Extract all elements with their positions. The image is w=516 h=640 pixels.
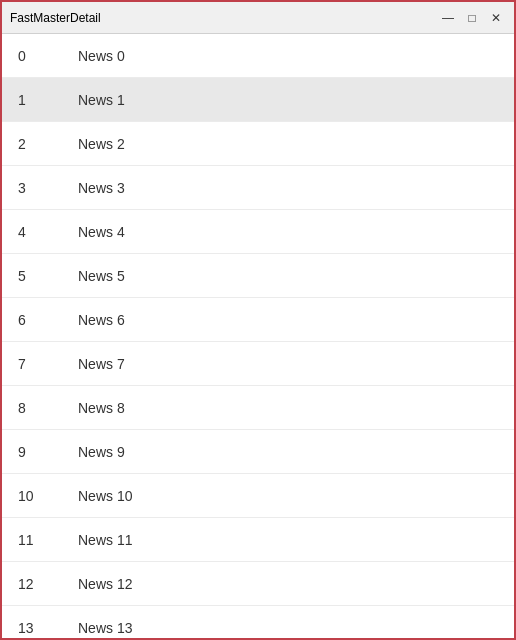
list-item[interactable]: 10News 10 — [2, 474, 514, 518]
title-bar: FastMasterDetail — □ ✕ — [2, 2, 514, 34]
item-index: 4 — [18, 224, 78, 240]
item-label: News 1 — [78, 92, 125, 108]
list-item[interactable]: 13News 13 — [2, 606, 514, 638]
item-label: News 11 — [78, 532, 132, 548]
item-index: 9 — [18, 444, 78, 460]
item-label: News 7 — [78, 356, 125, 372]
list-item[interactable]: 9News 9 — [2, 430, 514, 474]
item-index: 12 — [18, 576, 78, 592]
window-controls: — □ ✕ — [438, 8, 506, 28]
maximize-button[interactable]: □ — [462, 8, 482, 28]
item-label: News 8 — [78, 400, 125, 416]
minimize-button[interactable]: — — [438, 8, 458, 28]
item-label: News 10 — [78, 488, 132, 504]
item-index: 10 — [18, 488, 78, 504]
item-index: 2 — [18, 136, 78, 152]
list-item[interactable]: 4News 4 — [2, 210, 514, 254]
content-area: 0News 01News 12News 23News 34News 45News… — [2, 34, 514, 638]
item-index: 6 — [18, 312, 78, 328]
item-index: 0 — [18, 48, 78, 64]
news-list[interactable]: 0News 01News 12News 23News 34News 45News… — [2, 34, 514, 638]
list-item[interactable]: 0News 0 — [2, 34, 514, 78]
list-item[interactable]: 7News 7 — [2, 342, 514, 386]
item-label: News 0 — [78, 48, 125, 64]
item-label: News 12 — [78, 576, 132, 592]
item-index: 7 — [18, 356, 78, 372]
item-index: 11 — [18, 532, 78, 548]
close-button[interactable]: ✕ — [486, 8, 506, 28]
main-window: FastMasterDetail — □ ✕ 0News 01News 12Ne… — [0, 0, 516, 640]
list-item[interactable]: 6News 6 — [2, 298, 514, 342]
item-index: 3 — [18, 180, 78, 196]
list-item[interactable]: 11News 11 — [2, 518, 514, 562]
item-label: News 6 — [78, 312, 125, 328]
list-item[interactable]: 2News 2 — [2, 122, 514, 166]
list-item[interactable]: 3News 3 — [2, 166, 514, 210]
item-label: News 5 — [78, 268, 125, 284]
item-label: News 13 — [78, 620, 132, 636]
window-title: FastMasterDetail — [10, 11, 101, 25]
list-item[interactable]: 1News 1 — [2, 78, 514, 122]
item-label: News 9 — [78, 444, 125, 460]
item-label: News 4 — [78, 224, 125, 240]
item-label: News 2 — [78, 136, 125, 152]
list-item[interactable]: 12News 12 — [2, 562, 514, 606]
item-index: 13 — [18, 620, 78, 636]
list-item[interactable]: 8News 8 — [2, 386, 514, 430]
item-index: 1 — [18, 92, 78, 108]
item-index: 8 — [18, 400, 78, 416]
item-index: 5 — [18, 268, 78, 284]
item-label: News 3 — [78, 180, 125, 196]
list-item[interactable]: 5News 5 — [2, 254, 514, 298]
